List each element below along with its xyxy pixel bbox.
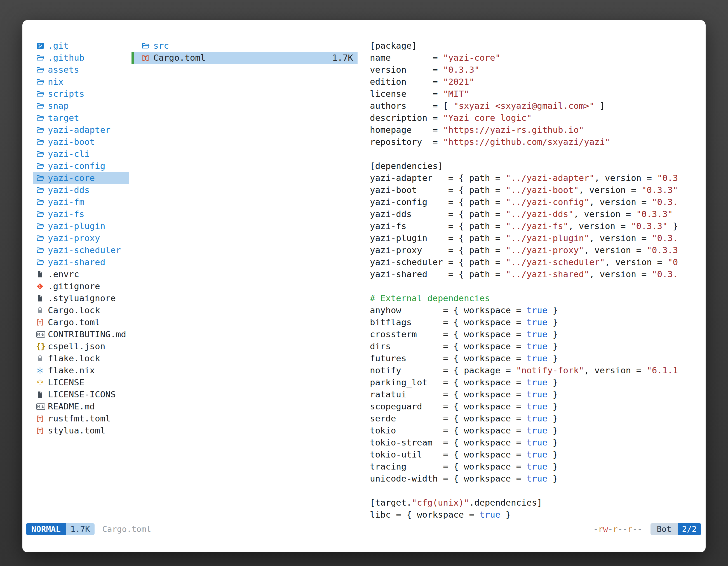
toml-icon	[142, 52, 153, 64]
markdown-icon	[36, 400, 48, 412]
file-row-yazi-proxy[interactable]: yazi-proxy	[33, 232, 129, 244]
file-row-yazi-shared[interactable]: yazi-shared	[33, 256, 129, 268]
status-bar: NORMAL 1.7K Cargo.toml -rw-r--r-- Bot 2/…	[26, 523, 701, 535]
hover-marker	[131, 52, 134, 64]
folder-icon	[36, 112, 48, 124]
status-bar-right: -rw-r--r-- Bot 2/2	[593, 523, 701, 535]
file-row-scripts[interactable]: scripts	[33, 88, 129, 100]
preview-line: yazi-dds = { path = "../yazi-dds", versi…	[370, 208, 699, 220]
file-row-src[interactable]: src	[131, 40, 358, 52]
toml-icon	[36, 412, 48, 424]
parent-pane: .git.githubassetsnixscriptssnaptargetyaz…	[33, 40, 129, 523]
file-name: yazi-shared	[48, 256, 105, 268]
file-icon	[36, 388, 48, 400]
file-row-LICENSE[interactable]: LICENSE	[33, 376, 129, 388]
file-row-.envrc[interactable]: .envrc	[33, 268, 129, 280]
toml-icon	[36, 316, 48, 328]
preview-line: name = "yazi-core"	[370, 52, 699, 64]
preview-line: repository = "https://github.com/sxyazi/…	[370, 136, 699, 148]
file-row-CONTRIBUTING.md[interactable]: CONTRIBUTING.md	[33, 328, 129, 340]
preview-pane: [package]name = "yazi-core"version = "0.…	[358, 40, 699, 523]
file-name: LICENSE	[48, 376, 84, 388]
file-row-cspell.json[interactable]: {}cspell.json	[33, 340, 129, 352]
folder-icon	[36, 208, 48, 220]
preview-line: parking_lot = { workspace = true }	[370, 376, 699, 388]
file-row-Cargo.toml[interactable]: Cargo.toml	[33, 316, 129, 328]
file-name: CONTRIBUTING.md	[48, 328, 126, 340]
file-row-yazi-dds[interactable]: yazi-dds	[33, 184, 129, 196]
preview-line: yazi-shared = { path = "../yazi-shared",…	[370, 268, 699, 280]
file-name: snap	[48, 100, 69, 112]
file-row-.gitignore[interactable]: .gitignore	[33, 280, 129, 292]
file-row-target[interactable]: target	[33, 112, 129, 124]
yazi-window: .git.githubassetsnixscriptssnaptargetyaz…	[22, 20, 706, 552]
preview-line: libc = { workspace = true }	[370, 509, 699, 521]
preview-line: tracing = { workspace = true }	[370, 461, 699, 473]
folder-icon	[36, 220, 48, 232]
file-name: Cargo.toml	[153, 52, 206, 64]
status-file-name: Cargo.toml	[102, 524, 151, 534]
file-row-yazi-config[interactable]: yazi-config	[33, 160, 129, 172]
file-row-.git[interactable]: .git	[33, 40, 129, 52]
folder-icon	[36, 244, 48, 256]
folder-icon	[36, 64, 48, 76]
file-row-stylua.toml[interactable]: stylua.toml	[33, 424, 129, 436]
file-row-flake.lock[interactable]: flake.lock	[33, 352, 129, 364]
file-name: rustfmt.toml	[48, 412, 111, 424]
file-row-yazi-boot[interactable]: yazi-boot	[33, 136, 129, 148]
markdown-icon	[36, 328, 48, 340]
file-size-badge: 1.7K	[66, 523, 95, 535]
status-bar-left: NORMAL 1.7K Cargo.toml	[26, 523, 151, 535]
file-row-yazi-core[interactable]: yazi-core	[33, 172, 129, 184]
preview-line: yazi-boot = { path = "../yazi-boot", ver…	[370, 184, 699, 196]
file-name: assets	[48, 64, 79, 76]
file-row-snap[interactable]: snap	[33, 100, 129, 112]
file-name: yazi-fs	[48, 208, 84, 220]
lock-icon	[36, 304, 48, 316]
file-manager-panes: .git.githubassetsnixscriptssnaptargetyaz…	[22, 20, 706, 523]
preview-line: dirs = { workspace = true }	[370, 340, 699, 352]
file-name: scripts	[48, 88, 84, 100]
file-row-yazi-fs[interactable]: yazi-fs	[33, 208, 129, 220]
file-name: yazi-dds	[48, 184, 90, 196]
file-name: .envrc	[48, 268, 79, 280]
preview-line: homepage = "https://yazi-rs.github.io"	[370, 124, 699, 136]
mode-badge: NORMAL	[26, 523, 66, 535]
preview-line: authors = [ "sxyazi <sxyazi@gmail.com>" …	[370, 100, 699, 112]
file-row-flake.nix[interactable]: flake.nix	[33, 364, 129, 376]
preview-line: description = "Yazi core logic"	[370, 112, 699, 124]
file-name: yazi-cli	[48, 148, 90, 160]
file-row-yazi-cli[interactable]: yazi-cli	[33, 148, 129, 160]
file-row-.github[interactable]: .github	[33, 52, 129, 64]
preview-line: scopeguard = { workspace = true }	[370, 400, 699, 412]
file-icon	[36, 268, 48, 280]
file-name: .git	[48, 40, 69, 52]
preview-line: crossterm = { workspace = true }	[370, 328, 699, 340]
folder-icon	[36, 76, 48, 88]
file-row-yazi-adapter[interactable]: yazi-adapter	[33, 124, 129, 136]
file-row-yazi-plugin[interactable]: yazi-plugin	[33, 220, 129, 232]
file-row-Cargo.toml[interactable]: Cargo.toml1.7K	[131, 52, 358, 64]
file-name: flake.nix	[48, 364, 95, 376]
folder-icon	[36, 88, 48, 100]
folder-icon	[36, 196, 48, 208]
file-row-assets[interactable]: assets	[33, 64, 129, 76]
file-row-yazi-scheduler[interactable]: yazi-scheduler	[33, 244, 129, 256]
toml-icon	[36, 424, 48, 436]
file-row-yazi-fm[interactable]: yazi-fm	[33, 196, 129, 208]
file-row-rustfmt.toml[interactable]: rustfmt.toml	[33, 412, 129, 424]
file-name: nix	[48, 76, 64, 88]
current-pane: srcCargo.toml1.7K	[131, 40, 358, 523]
preview-line: version = "0.3.3"	[370, 64, 699, 76]
preview-line: yazi-adapter = { path = "../yazi-adapter…	[370, 172, 699, 184]
file-row-.styluaignore[interactable]: .styluaignore	[33, 292, 129, 304]
folder-icon	[36, 184, 48, 196]
folder-icon	[36, 52, 48, 64]
file-name: target	[48, 112, 79, 124]
file-name: yazi-boot	[48, 136, 95, 148]
file-row-README.md[interactable]: README.md	[33, 400, 129, 412]
preview-line: notify = { package = "notify-fork", vers…	[370, 364, 699, 376]
file-row-LICENSE-ICONS[interactable]: LICENSE-ICONS	[33, 388, 129, 400]
file-row-nix[interactable]: nix	[33, 76, 129, 88]
file-row-Cargo.lock[interactable]: Cargo.lock	[33, 304, 129, 316]
